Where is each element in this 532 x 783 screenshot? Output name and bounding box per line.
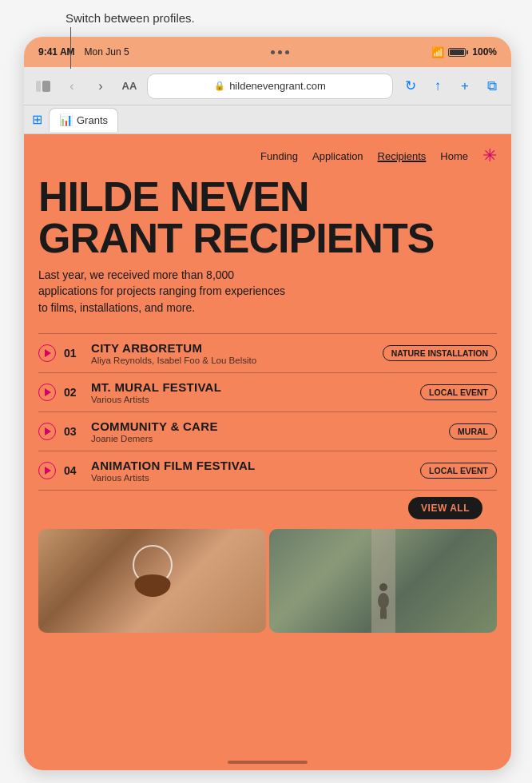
hero-section: HILDE NEVEN GRANT RECIPIENTS Last year, …	[24, 173, 511, 324]
recipient-artists-2: Various Artists	[91, 395, 412, 404]
main-content: Funding Application Recipients Home ✳ HI…	[24, 134, 511, 770]
battery-indicator	[448, 48, 468, 57]
person-silhouette	[371, 581, 395, 625]
svg-rect-0	[36, 81, 41, 92]
svg-rect-4	[380, 608, 383, 619]
forward-button[interactable]: ›	[89, 75, 112, 97]
recipient-tag-3[interactable]: MURAL	[449, 423, 497, 439]
svg-rect-1	[42, 81, 50, 92]
recipient-name-4: ANIMATION FILM FESTIVAL	[91, 459, 412, 472]
lock-icon: 🔒	[214, 81, 225, 91]
back-button[interactable]: ‹	[61, 75, 83, 97]
recipient-num-4: 04	[64, 464, 83, 477]
add-tab-button[interactable]: +	[454, 75, 476, 97]
nav-home[interactable]: Home	[440, 150, 468, 162]
art-object	[125, 541, 181, 597]
recipient-info-4: ANIMATION FILM FESTIVAL Various Artists	[91, 459, 412, 483]
svg-rect-5	[383, 608, 387, 619]
tab-favicon: 📊	[59, 113, 73, 126]
recipient-name-1: CITY ARBORETUM	[91, 341, 375, 355]
tab-label: Grants	[77, 114, 108, 126]
play-button-3[interactable]	[38, 423, 56, 440]
active-tab[interactable]: 📊 Grants	[49, 108, 118, 132]
address-bar[interactable]: 🔒 hildenevengrant.com	[147, 74, 393, 99]
wifi-icon: 📶	[431, 46, 444, 58]
tabs-button[interactable]: ⧉	[481, 75, 503, 97]
recipient-info-1: CITY ARBORETUM Aliya Reynolds, Isabel Fo…	[91, 341, 375, 365]
recipient-tag-1[interactable]: NATURE INSTALLATION	[383, 345, 497, 361]
recipient-artists-1: Aliya Reynolds, Isabel Foo & Lou Belsito	[91, 356, 375, 365]
recipient-row: 03 COMMUNITY & CARE Joanie Demers MURAL	[38, 411, 497, 451]
play-button-2[interactable]	[38, 384, 56, 401]
recipient-info-3: COMMUNITY & CARE Joanie Demers	[91, 419, 441, 443]
play-button-1[interactable]	[38, 344, 56, 362]
recipient-info-2: MT. MURAL FESTIVAL Various Artists	[91, 380, 412, 404]
recipient-num-1: 01	[64, 347, 83, 360]
recipient-name-3: COMMUNITY & CARE	[91, 419, 441, 433]
hero-title: HILDE NEVEN GRANT RECIPIENTS	[38, 176, 497, 259]
status-time: 9:41 AM Mon Jun 5	[38, 46, 129, 58]
status-bar: 9:41 AM Mon Jun 5 📶 100%	[24, 37, 511, 67]
home-indicator	[228, 761, 308, 764]
recipient-tag-4[interactable]: LOCAL EVENT	[420, 463, 497, 479]
street-scene	[269, 529, 497, 633]
gallery-image-1	[38, 529, 266, 633]
recipient-name-2: MT. MURAL FESTIVAL	[91, 380, 412, 394]
ipad-frame: 9:41 AM Mon Jun 5 📶 100% ‹	[24, 37, 511, 770]
tooltip-text: Switch between profiles.	[66, 11, 195, 25]
toolbar-actions: ↻ ↑ + ⧉	[399, 75, 503, 97]
status-right: 📶 100%	[431, 46, 497, 58]
sidebar-toggle-btn[interactable]: ⊞	[32, 112, 42, 127]
recipient-row: 04 ANIMATION FILM FESTIVAL Various Artis…	[38, 451, 497, 490]
svg-point-2	[379, 583, 387, 591]
recipient-artists-4: Various Artists	[91, 473, 412, 483]
tooltip-line	[70, 27, 71, 69]
recipient-num-2: 02	[64, 386, 83, 399]
status-dots	[271, 50, 289, 54]
nav-application[interactable]: Application	[312, 150, 363, 162]
site-nav: Funding Application Recipients Home ✳	[24, 134, 511, 173]
gallery-section	[24, 529, 511, 633]
reader-button[interactable]: AA	[118, 75, 141, 97]
hero-subtitle: Last year, we received more than 8,000 a…	[38, 267, 294, 316]
nav-recipients[interactable]: Recipients	[378, 150, 427, 162]
svg-point-3	[378, 593, 389, 609]
recipient-artists-3: Joanie Demers	[91, 434, 441, 443]
recipients-list: 01 CITY ARBORETUM Aliya Reynolds, Isabel…	[38, 333, 497, 490]
reload-button[interactable]: ↻	[399, 75, 422, 97]
view-all-row: VIEW ALL	[38, 490, 497, 519]
recipient-num-3: 03	[64, 425, 83, 438]
recipient-row: 01 CITY ARBORETUM Aliya Reynolds, Isabel…	[38, 333, 497, 372]
sidebar-toggle[interactable]	[32, 75, 54, 97]
recipient-row: 02 MT. MURAL FESTIVAL Various Artists LO…	[38, 372, 497, 411]
tab-bar: ⊞ 📊 Grants	[24, 105, 511, 134]
share-button[interactable]: ↑	[427, 75, 449, 97]
recipient-tag-2[interactable]: LOCAL EVENT	[420, 384, 497, 400]
site-logo[interactable]: ✳	[482, 145, 497, 166]
view-all-button[interactable]: VIEW ALL	[408, 497, 482, 519]
nav-funding[interactable]: Funding	[260, 150, 298, 162]
play-button-4[interactable]	[38, 462, 56, 479]
gallery-image-2	[269, 529, 497, 633]
browser-toolbar: ‹ › AA 🔒 hildenevengrant.com ↻ ↑ + ⧉	[24, 67, 511, 105]
